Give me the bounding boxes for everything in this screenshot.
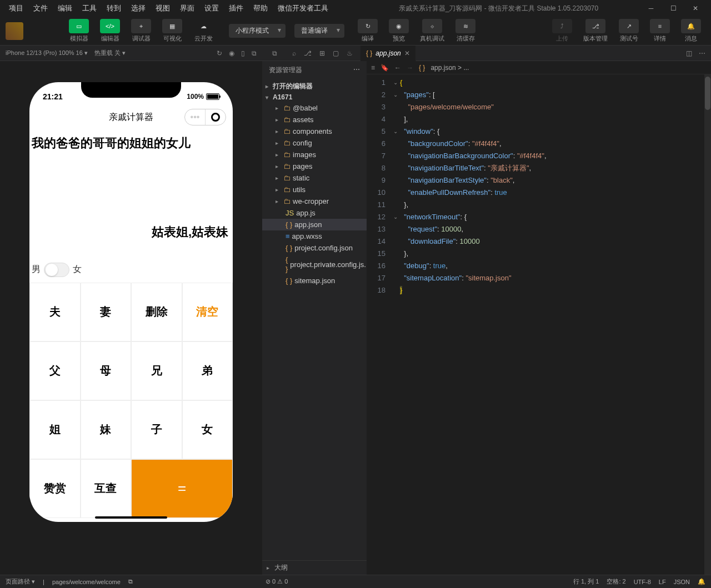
file-projectconfig[interactable]: { } project.config.json bbox=[262, 242, 367, 254]
more-icon[interactable]: ⋯ bbox=[699, 49, 705, 57]
fold-gutter[interactable]: ⌄⌄⌄⌄ bbox=[391, 74, 400, 575]
compile-button[interactable]: ↻编译 bbox=[353, 18, 382, 44]
code-editor[interactable]: 123456789101112131415161718 ⌄⌄⌄⌄ { "page… bbox=[367, 74, 711, 575]
folder-babel[interactable]: ▸🗀 @babel bbox=[262, 102, 367, 114]
files-icon[interactable]: ⧉ bbox=[272, 49, 277, 57]
scrollbar[interactable] bbox=[704, 74, 711, 575]
file-appwxss[interactable]: ≡ app.wxss bbox=[262, 230, 367, 242]
message-button[interactable]: 🔔消息 bbox=[677, 18, 705, 44]
gender-toggle[interactable] bbox=[44, 263, 69, 277]
menu-settings[interactable]: 设置 bbox=[200, 1, 223, 16]
split-icon[interactable]: ◫ bbox=[686, 49, 692, 57]
key-wife[interactable]: 妻 bbox=[81, 283, 132, 341]
outline-section[interactable]: ▸大纲 bbox=[262, 560, 367, 575]
menu-project[interactable]: 项目 bbox=[4, 1, 28, 16]
capsule-menu[interactable]: ••• bbox=[185, 109, 205, 125]
minimize-button[interactable]: ─ bbox=[642, 2, 660, 15]
nav-back-icon[interactable]: ← bbox=[394, 64, 401, 72]
preview-button[interactable]: ◉预览 bbox=[384, 18, 413, 44]
open-editors-section[interactable]: ▸打开的编辑器 bbox=[262, 81, 367, 92]
refresh-icon[interactable]: ↻ bbox=[217, 49, 222, 57]
compile-mode-dropdown[interactable]: 普通编译 bbox=[294, 24, 344, 38]
key-father[interactable]: 父 bbox=[29, 341, 81, 400]
test-account-button[interactable]: ↗测试号 bbox=[614, 18, 643, 44]
key-younger-sister[interactable]: 妹 bbox=[81, 400, 132, 459]
menu-select[interactable]: 选择 bbox=[127, 1, 150, 16]
close-tab-icon[interactable]: ✕ bbox=[404, 49, 410, 57]
menu-help[interactable]: 帮助 bbox=[249, 1, 272, 16]
editor-button[interactable]: </>编辑器 bbox=[96, 18, 124, 44]
key-husband[interactable]: 夫 bbox=[29, 283, 81, 341]
key-daughter[interactable]: 女 bbox=[182, 400, 233, 459]
hotreload-toggle[interactable]: 热重载 关 ▾ bbox=[94, 49, 126, 57]
folder-static[interactable]: ▸🗀 static bbox=[262, 172, 367, 184]
key-equals[interactable]: = bbox=[131, 459, 233, 518]
key-clear[interactable]: 清空 bbox=[182, 283, 233, 341]
menu-devtools[interactable]: 微信开发者工具 bbox=[273, 1, 333, 16]
mode-dropdown[interactable]: 小程序模式 bbox=[229, 24, 286, 38]
avatar[interactable] bbox=[6, 22, 23, 40]
folder-config[interactable]: ▸🗀 config bbox=[262, 137, 367, 149]
page-path-label[interactable]: 页面路径 ▾ bbox=[6, 577, 35, 586]
notification-icon[interactable]: 🔔 bbox=[698, 578, 705, 585]
copy-icon[interactable]: ⧉ bbox=[252, 49, 257, 57]
box-icon[interactable]: ▢ bbox=[333, 49, 339, 57]
visualize-button[interactable]: ▦可视化 bbox=[158, 18, 187, 44]
folder-wecropper[interactable]: ▸🗀 we-cropper bbox=[262, 195, 367, 207]
cursor-position[interactable]: 行 1, 列 1 bbox=[573, 577, 599, 586]
key-son[interactable]: 子 bbox=[131, 400, 182, 459]
debugger-button[interactable]: ⌖调试器 bbox=[127, 18, 156, 44]
breadcrumb[interactable]: app.json > ... bbox=[430, 64, 469, 72]
details-button[interactable]: ≡详情 bbox=[645, 18, 674, 44]
file-appjson[interactable]: { } app.json bbox=[262, 219, 367, 230]
menu-goto[interactable]: 转到 bbox=[102, 1, 126, 16]
code-content[interactable]: { "pages": [ "pages/welcome/welcome" ], … bbox=[400, 74, 711, 575]
key-elder-brother[interactable]: 兄 bbox=[131, 341, 182, 400]
menu-edit[interactable]: 编辑 bbox=[53, 1, 77, 16]
language-info[interactable]: JSON bbox=[674, 579, 690, 585]
clear-cache-button[interactable]: ≋清缓存 bbox=[451, 18, 480, 44]
maximize-button[interactable]: ☐ bbox=[664, 2, 682, 15]
folder-images[interactable]: ▸🗀 images bbox=[262, 149, 367, 160]
eol-info[interactable]: LF bbox=[659, 579, 666, 585]
key-elder-sister[interactable]: 姐 bbox=[29, 400, 81, 459]
menu-view[interactable]: 视图 bbox=[151, 1, 174, 16]
fire-icon[interactable]: ♨ bbox=[347, 49, 353, 57]
copy-path-icon[interactable]: ⧉ bbox=[128, 578, 133, 585]
nav-forward-icon[interactable]: → bbox=[407, 64, 413, 72]
key-delete[interactable]: 删除 bbox=[131, 283, 182, 341]
folder-utils[interactable]: ▸🗀 utils bbox=[262, 184, 367, 195]
key-reverse[interactable]: 互查 bbox=[81, 459, 132, 518]
list-icon[interactable]: ≡ bbox=[371, 64, 375, 72]
bookmark-icon[interactable]: 🔖 bbox=[380, 64, 389, 72]
key-reward[interactable]: 赞赏 bbox=[29, 459, 81, 518]
grid-icon[interactable]: ⊞ bbox=[319, 49, 325, 57]
editor-tab-appjson[interactable]: { } app.json ✕ bbox=[360, 46, 416, 61]
encoding-info[interactable]: UTF-8 bbox=[634, 579, 651, 585]
project-root[interactable]: ▾A1671 bbox=[262, 92, 367, 102]
file-appjs[interactable]: JS app.js bbox=[262, 207, 367, 219]
device-selector[interactable]: iPhone 12/13 (Pro) 100% 16 ▾ bbox=[6, 49, 88, 57]
menu-file[interactable]: 文件 bbox=[29, 1, 52, 16]
device-icon[interactable]: ▯ bbox=[241, 49, 245, 57]
version-button[interactable]: ⎇版本管理 bbox=[579, 18, 612, 44]
folder-assets[interactable]: ▸🗀 assets bbox=[262, 114, 367, 125]
branch-icon[interactable]: ⎇ bbox=[304, 49, 312, 57]
upload-button[interactable]: ⤴上传 bbox=[548, 18, 577, 44]
menu-interface[interactable]: 界面 bbox=[176, 1, 199, 16]
page-path[interactable]: pages/welcome/welcome bbox=[52, 579, 121, 585]
errors-count[interactable]: ⊘ 0 ⚠ 0 bbox=[266, 578, 288, 585]
folder-components[interactable]: ▸🗀 components bbox=[262, 125, 367, 137]
indent-info[interactable]: 空格: 2 bbox=[607, 577, 625, 586]
simulator-button[interactable]: ▭模拟器 bbox=[64, 18, 93, 44]
remote-debug-button[interactable]: ⟐真机调试 bbox=[415, 18, 449, 44]
menu-tools[interactable]: 工具 bbox=[78, 1, 101, 16]
menu-plugins[interactable]: 插件 bbox=[224, 1, 248, 16]
record-icon[interactable]: ◉ bbox=[229, 49, 234, 57]
capsule-close[interactable] bbox=[206, 109, 226, 125]
file-sitemap[interactable]: { } sitemap.json bbox=[262, 275, 367, 287]
key-younger-brother[interactable]: 弟 bbox=[182, 341, 233, 400]
folder-pages[interactable]: ▸🗀 pages bbox=[262, 160, 367, 172]
cloud-button[interactable]: ☁云开发 bbox=[189, 18, 218, 44]
file-projectprivate[interactable]: { } project.private.config.js... bbox=[262, 254, 367, 275]
